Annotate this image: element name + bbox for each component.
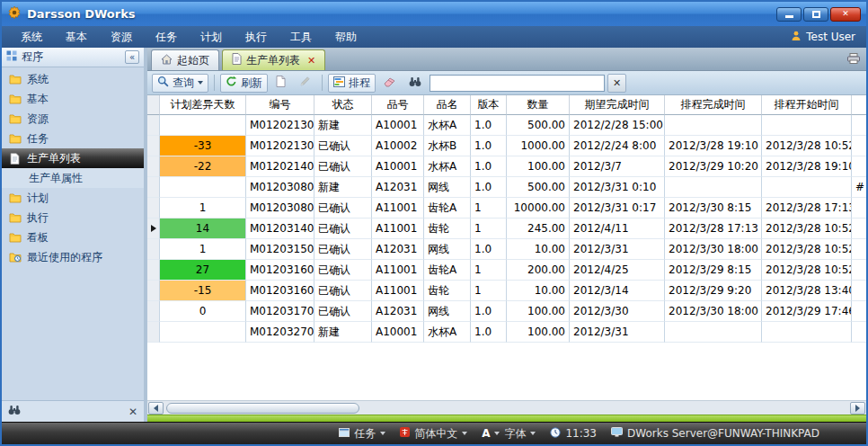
column-header-qty[interactable]: 数量 [507, 95, 570, 115]
schedule-button[interactable]: 排程 [328, 74, 376, 93]
column-header-sched-start[interactable]: 排程开始时间 [762, 95, 852, 115]
column-header-extra[interactable] [852, 95, 866, 115]
maximize-button[interactable] [803, 7, 828, 22]
sidebar-item-1[interactable]: 基本 [2, 89, 144, 109]
scroll-left-button[interactable] [148, 402, 164, 415]
horizontal-scrollbar[interactable] [147, 400, 866, 415]
sidebar-search-clear-icon[interactable]: ✕ [128, 406, 137, 418]
cell-item: A11001 [372, 219, 424, 239]
sidebar-search-input[interactable] [25, 406, 124, 418]
close-button[interactable]: ✕ [830, 7, 861, 22]
cell-extra [852, 219, 866, 239]
cell-status: 新建 [314, 115, 372, 136]
cell-item: A10001 [372, 115, 424, 136]
sidebar-item-0[interactable]: 系统 [2, 69, 144, 89]
clear-filter-button[interactable]: ✕ [607, 74, 626, 93]
column-header-name[interactable]: 品名 [424, 95, 471, 115]
new-button[interactable] [270, 74, 291, 93]
sidebar-item-5[interactable]: 生产单属性 [2, 168, 144, 188]
sidebar-item-6[interactable]: 计划 [2, 188, 144, 208]
sidebar-collapse-button[interactable]: « [125, 50, 139, 64]
column-header-diff[interactable]: 计划差异天数 [160, 95, 246, 115]
filter-input[interactable] [430, 75, 605, 92]
table-row[interactable]: 1M012030802已确认A11001齿轮A110000.002012/3/3… [147, 198, 866, 219]
scrollbar-thumb[interactable] [166, 403, 359, 414]
menu-item-0[interactable]: 系统 [9, 26, 54, 48]
table-row[interactable]: 1M012031501已确认A12031网线1.010.002012/3/312… [147, 239, 866, 260]
cell-qty: 10000.00 [507, 198, 570, 219]
cell-item: A11001 [372, 260, 424, 281]
cell-sched-start: 2012/3/28 17:13 [762, 198, 852, 219]
row-selector[interactable] [147, 260, 160, 281]
column-header-sched-end[interactable]: 排程完成时间 [665, 95, 762, 115]
row-selector[interactable] [147, 301, 160, 322]
table-row[interactable]: -15M012031602已确认A11001齿轮110.002012/3/142… [147, 281, 866, 301]
table-row[interactable]: M012030801新建A12031网线1.0500.002012/3/31 0… [147, 177, 866, 198]
menu-item-1[interactable]: 基本 [54, 26, 99, 48]
row-selector[interactable] [147, 115, 160, 136]
edit-button[interactable] [294, 74, 316, 93]
cell-name: 水杯A [424, 322, 471, 343]
menu-item-7[interactable]: 帮助 [323, 26, 368, 48]
cell-item: A11001 [372, 198, 424, 219]
table-row[interactable]: -33M012021302已确认A10002水杯B1.01000.002012/… [147, 136, 866, 156]
cell-diff: -33 [160, 136, 246, 156]
tabbar-right [847, 53, 863, 70]
table-row[interactable]: 27M012031601已确认A11001齿轮A1200.002012/4/25… [147, 260, 866, 281]
language-selector[interactable]: 简体中文 [400, 426, 467, 442]
task-label: 任务 [354, 426, 376, 442]
row-selector[interactable] [147, 239, 160, 260]
cell-due: 2012/3/31 0:17 [570, 198, 665, 219]
table-row[interactable]: 0M012031701已确认A12031网线1.0100.002012/3/30… [147, 301, 866, 322]
menu-item-5[interactable]: 执行 [234, 26, 279, 48]
task-menu[interactable]: 任务 [339, 426, 385, 442]
refresh-button[interactable]: 刷新 [220, 74, 268, 93]
font-selector[interactable]: A 字体 [482, 426, 536, 442]
sidebar-item-3[interactable]: 任务 [2, 129, 144, 148]
tab-close-icon[interactable]: ✕ [307, 55, 315, 67]
cell-qty: 10.00 [507, 281, 570, 301]
sidebar-item-7[interactable]: 执行 [2, 208, 144, 227]
row-selector[interactable] [147, 322, 160, 343]
menu-item-6[interactable]: 工具 [279, 26, 323, 48]
row-selector[interactable] [147, 177, 160, 198]
table-row[interactable]: -22M012021401已确认A10001水杯A1.0100.002012/3… [147, 156, 866, 177]
eraser-button[interactable] [378, 74, 401, 93]
column-header-status[interactable]: 状态 [314, 95, 372, 115]
row-selector[interactable] [147, 219, 160, 239]
scroll-right-button[interactable] [850, 402, 865, 415]
cell-no: M012030802 [246, 198, 314, 219]
menu-item-2[interactable]: 资源 [99, 26, 144, 48]
row-selector[interactable] [147, 136, 160, 156]
column-header-due[interactable]: 期望完成时间 [570, 95, 665, 115]
row-selector[interactable] [147, 198, 160, 219]
sidebar-item-2[interactable]: 资源 [2, 109, 144, 129]
tabbar: 起始页 生产单列表 ✕ [147, 48, 866, 71]
table-row[interactable]: M012032701新建A10001水杯A1.0100.002012/3/31 [147, 322, 866, 343]
menu-item-4[interactable]: 计划 [189, 26, 234, 48]
cell-diff [160, 115, 246, 136]
cell-diff: 14 [160, 219, 246, 239]
table-row[interactable]: 14M012031402已确认A11001齿轮1245.002012/4/112… [147, 219, 866, 239]
sidebar-item-9[interactable]: 最近使用的程序 [2, 247, 144, 267]
tab-production-order-list[interactable]: 生产单列表 ✕ [222, 49, 325, 70]
cell-extra [852, 156, 866, 177]
table-row[interactable]: M012021301新建A10001水杯A1.0500.002012/2/28 … [147, 115, 866, 136]
query-button[interactable]: 查询 [152, 74, 208, 93]
column-header-version[interactable]: 版本 [471, 95, 507, 115]
column-header-no[interactable]: 编号 [246, 95, 314, 115]
sidebar-item-4[interactable]: 生产单列表 [2, 148, 144, 168]
tab-start-page[interactable]: 起始页 [151, 49, 219, 70]
user-widget[interactable]: Test User [791, 31, 859, 44]
printer-icon[interactable] [847, 53, 860, 67]
minimize-button[interactable] [776, 7, 802, 22]
find-button[interactable] [403, 74, 427, 93]
clock-time: 11:33 [565, 427, 597, 440]
menu-item-3[interactable]: 任务 [144, 26, 189, 48]
row-selector[interactable] [147, 281, 160, 301]
row-selector[interactable] [147, 156, 160, 177]
row-selector-header[interactable] [147, 95, 160, 115]
column-header-item[interactable]: 品号 [372, 95, 424, 115]
cell-no: M012031402 [246, 219, 314, 239]
sidebar-item-8[interactable]: 看板 [2, 227, 144, 247]
